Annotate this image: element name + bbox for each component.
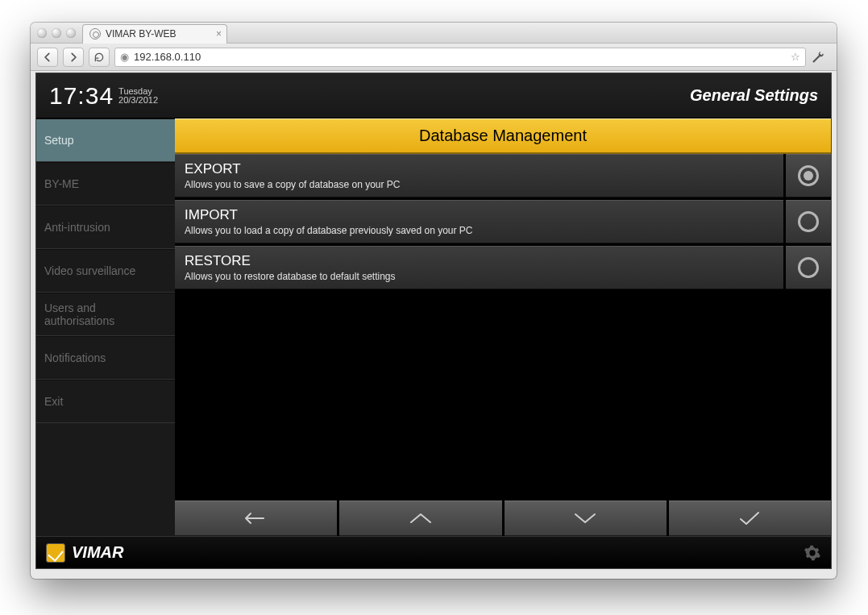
radio-icon bbox=[798, 211, 819, 232]
settings-wrench-icon[interactable] bbox=[811, 50, 830, 64]
sidebar: Setup BY-ME Anti-intrusion Video surveil… bbox=[36, 118, 175, 536]
clock-time: 17:34 bbox=[49, 82, 114, 110]
down-action-button[interactable] bbox=[505, 501, 667, 536]
sidebar-item-notifications[interactable]: Notifications bbox=[36, 336, 175, 380]
sidebar-item-anti-intrusion[interactable]: Anti-intrusion bbox=[36, 206, 175, 249]
app-footer: VIMAR bbox=[36, 536, 831, 568]
sidebar-item-label: Users and authorisations bbox=[44, 301, 167, 327]
clock-date: 20/3/2012 bbox=[118, 96, 158, 105]
chevron-up-icon bbox=[409, 512, 433, 525]
option-radio[interactable] bbox=[786, 154, 831, 197]
panel-title: Database Management bbox=[175, 118, 831, 154]
chevron-down-icon bbox=[573, 512, 597, 525]
url-input[interactable]: ◉ 192.168.0.110 ☆ bbox=[114, 48, 806, 67]
radio-icon bbox=[798, 165, 819, 186]
option-text: RESTORE Allows you to restore database t… bbox=[175, 246, 783, 289]
option-title: IMPORT bbox=[185, 207, 774, 223]
sidebar-item-label: Notifications bbox=[44, 351, 106, 364]
check-icon bbox=[737, 510, 762, 526]
option-text: EXPORT Allows you to save a copy of data… bbox=[175, 154, 783, 197]
option-description: Allows you to load a copy of database pr… bbox=[185, 225, 774, 236]
sidebar-item-byme[interactable]: BY-ME bbox=[36, 162, 175, 206]
option-title: EXPORT bbox=[185, 161, 774, 177]
option-description: Allows you to save a copy of database on… bbox=[185, 179, 774, 190]
option-export[interactable]: EXPORT Allows you to save a copy of data… bbox=[175, 154, 831, 197]
back-arrow-icon bbox=[243, 510, 270, 526]
option-restore[interactable]: RESTORE Allows you to restore database t… bbox=[175, 246, 831, 289]
action-bar bbox=[175, 501, 831, 536]
clock: 17:34 Tuesday 20/3/2012 bbox=[49, 82, 158, 110]
sidebar-item-video-surveillance[interactable]: Video surveillance bbox=[36, 249, 175, 293]
tab-title: VIMAR BY-WEB bbox=[106, 28, 177, 39]
confirm-action-button[interactable] bbox=[669, 501, 831, 536]
minimize-window-icon[interactable] bbox=[52, 28, 61, 38]
app-header: 17:34 Tuesday 20/3/2012 General Settings bbox=[36, 73, 831, 118]
option-radio[interactable] bbox=[786, 246, 831, 289]
option-text: IMPORT Allows you to load a copy of data… bbox=[175, 200, 783, 243]
close-tab-icon[interactable]: × bbox=[216, 28, 222, 39]
option-title: RESTORE bbox=[185, 253, 774, 269]
bookmark-star-icon[interactable]: ☆ bbox=[791, 51, 800, 63]
sidebar-item-setup[interactable]: Setup bbox=[36, 118, 175, 162]
option-radio[interactable] bbox=[786, 200, 831, 243]
window-controls[interactable] bbox=[37, 28, 76, 38]
browser-tab[interactable]: VIMAR BY-WEB × bbox=[82, 24, 227, 44]
main-panel: Database Management EXPORT Allows you to… bbox=[175, 118, 831, 536]
sidebar-item-label: BY-ME bbox=[44, 177, 79, 190]
sidebar-item-label: Setup bbox=[44, 134, 74, 147]
zoom-window-icon[interactable] bbox=[66, 28, 76, 38]
sidebar-item-label: Anti-intrusion bbox=[44, 221, 110, 234]
brand-logo-icon bbox=[46, 543, 65, 563]
reload-button[interactable] bbox=[89, 48, 110, 67]
globe-icon: ◉ bbox=[120, 51, 129, 63]
close-window-icon[interactable] bbox=[37, 28, 47, 38]
globe-icon bbox=[89, 28, 101, 39]
app-viewport: 17:34 Tuesday 20/3/2012 General Settings… bbox=[35, 73, 832, 569]
url-text: 192.168.0.110 bbox=[134, 51, 201, 63]
radio-icon bbox=[798, 257, 819, 278]
address-bar: ◉ 192.168.0.110 ☆ bbox=[31, 44, 837, 71]
back-action-button[interactable] bbox=[175, 501, 337, 536]
options-list: EXPORT Allows you to save a copy of data… bbox=[175, 154, 831, 501]
titlebar: VIMAR BY-WEB × bbox=[31, 23, 837, 44]
option-import[interactable]: IMPORT Allows you to load a copy of data… bbox=[175, 200, 831, 243]
brand-name: VIMAR bbox=[72, 543, 123, 562]
up-action-button[interactable] bbox=[339, 501, 501, 536]
settings-gear-icon[interactable] bbox=[804, 544, 821, 562]
browser-window: VIMAR BY-WEB × ◉ 192.168.0.110 ☆ 17:34 T… bbox=[31, 23, 837, 579]
forward-button[interactable] bbox=[63, 48, 84, 67]
back-button[interactable] bbox=[37, 48, 58, 67]
sidebar-item-label: Exit bbox=[44, 395, 63, 408]
sidebar-item-exit[interactable]: Exit bbox=[36, 380, 175, 423]
clock-day: Tuesday bbox=[118, 87, 158, 96]
page-title: General Settings bbox=[690, 86, 818, 105]
sidebar-item-users-authorisations[interactable]: Users and authorisations bbox=[36, 293, 175, 336]
option-description: Allows you to restore database to defaul… bbox=[185, 271, 774, 282]
sidebar-item-label: Video surveillance bbox=[44, 264, 135, 277]
